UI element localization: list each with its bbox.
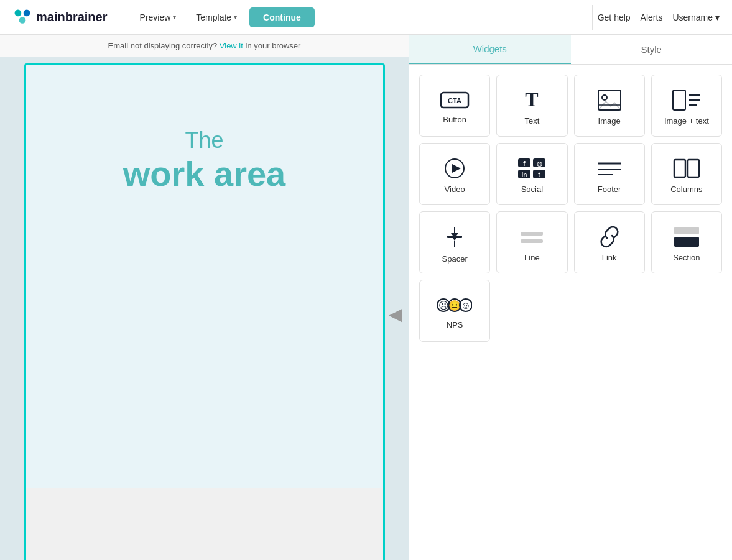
template-menu[interactable]: Template ▾ (188, 9, 244, 26)
widget-image_text[interactable]: Image + text (651, 75, 722, 137)
tab-widgets[interactable]: Widgets (409, 35, 571, 64)
line-label: Line (524, 253, 540, 262)
svg-point-8 (602, 95, 607, 100)
widget-section[interactable]: Section (651, 211, 722, 273)
widget-video[interactable]: Video (419, 143, 490, 205)
svg-point-0 (15, 9, 22, 16)
widget-footer[interactable]: Footer (574, 143, 645, 205)
canvas-email[interactable]: The work area (26, 65, 383, 488)
alerts-button[interactable]: Alerts (641, 12, 663, 22)
nav-divider (592, 5, 593, 30)
username-menu[interactable]: Username ▾ (672, 12, 720, 22)
svg-text:T: T (526, 89, 539, 111)
main-layout: Email not displaying correctly? View it … (0, 35, 732, 560)
widgets-grid: CTA Button T Text Image Image + text Vid… (419, 75, 722, 342)
widget-spacer[interactable]: Spacer (419, 211, 490, 273)
widget-nps[interactable]: ☹😐☺ NPS (419, 280, 490, 342)
username-chevron-icon: ▾ (715, 12, 720, 22)
footer-icon (596, 157, 623, 180)
svg-point-1 (24, 9, 30, 16)
panel-tabs: Widgets Style (409, 35, 732, 65)
preview-menu[interactable]: Preview ▾ (132, 9, 184, 26)
svg-point-2 (19, 17, 26, 24)
logo[interactable]: mainbrainer (12, 7, 108, 27)
columns-label: Columns (670, 185, 702, 194)
button-icon: CTA (440, 90, 470, 110)
canvas-area: Email not displaying correctly? View it … (0, 35, 409, 560)
widget-line[interactable]: Line (496, 211, 567, 273)
line-icon (518, 226, 545, 248)
svg-text:CTA: CTA (448, 97, 461, 104)
nav-right: Get help Alerts Username ▾ (598, 12, 720, 22)
image-icon (597, 89, 622, 111)
nav-items: Preview ▾ Template ▾ Continue (132, 7, 587, 27)
right-panel: Widgets Style CTA Button T Text Image Im… (409, 35, 732, 560)
svg-text:😐: 😐 (448, 300, 461, 311)
section-label: Section (673, 253, 700, 262)
social-icon: f◎int (517, 157, 547, 180)
nps-label: NPS (447, 320, 463, 329)
canvas-wrapper: The work area ◀ (24, 63, 385, 560)
svg-rect-27 (688, 160, 699, 177)
image_text-label: Image + text (664, 116, 709, 126)
svg-marker-14 (452, 164, 461, 173)
widget-text[interactable]: T Text (496, 75, 567, 137)
continue-button[interactable]: Continue (249, 7, 315, 27)
link-icon (597, 226, 622, 248)
text-label: Text (524, 116, 539, 126)
footer-label: Footer (598, 185, 621, 194)
tab-style[interactable]: Style (571, 35, 733, 64)
svg-rect-36 (674, 237, 699, 247)
canvas-border: The work area (24, 63, 385, 560)
svg-text:☹: ☹ (438, 300, 449, 311)
link-label: Link (602, 253, 617, 262)
video-label: Video (445, 185, 465, 194)
widgets-panel-content: CTA Button T Text Image Image + text Vid… (409, 65, 732, 560)
view-it-link[interactable]: View it (220, 41, 243, 50)
email-bar: Email not displaying correctly? View it … (0, 35, 409, 57)
nps-icon: ☹😐☺ (437, 295, 472, 315)
preview-chevron-icon: ▾ (173, 14, 176, 21)
svg-rect-35 (674, 227, 699, 234)
svg-text:☺: ☺ (461, 300, 471, 311)
spacer-icon (442, 224, 467, 249)
button-label: Button (443, 115, 466, 124)
text-icon: T (521, 89, 543, 111)
widget-image[interactable]: Image (574, 75, 645, 137)
image-label: Image (598, 116, 621, 126)
video-icon (442, 157, 467, 180)
image_text-icon (672, 89, 702, 111)
widget-social[interactable]: f◎int Social (496, 143, 567, 205)
spacer-label: Spacer (442, 254, 468, 264)
columns-icon (673, 157, 700, 180)
section-icon (673, 226, 700, 248)
template-chevron-icon: ▾ (234, 14, 237, 21)
widget-button[interactable]: CTA Button (419, 75, 490, 137)
get-help-button[interactable]: Get help (598, 12, 631, 22)
svg-rect-34 (521, 239, 543, 243)
svg-text:◎: ◎ (537, 160, 542, 167)
widget-link[interactable]: Link (574, 211, 645, 273)
svg-rect-33 (521, 232, 543, 236)
svg-text:in: in (522, 172, 527, 178)
logo-text: mainbrainer (36, 10, 108, 24)
svg-rect-26 (674, 160, 685, 177)
arrow-indicator: ◀ (389, 304, 402, 324)
canvas-footer-area (26, 488, 383, 560)
widget-columns[interactable]: Columns (651, 143, 722, 205)
svg-rect-9 (673, 90, 685, 110)
social-label: Social (521, 185, 543, 194)
navbar: mainbrainer Preview ▾ Template ▾ Continu… (0, 0, 732, 35)
canvas-work-text: The work area (123, 127, 286, 194)
